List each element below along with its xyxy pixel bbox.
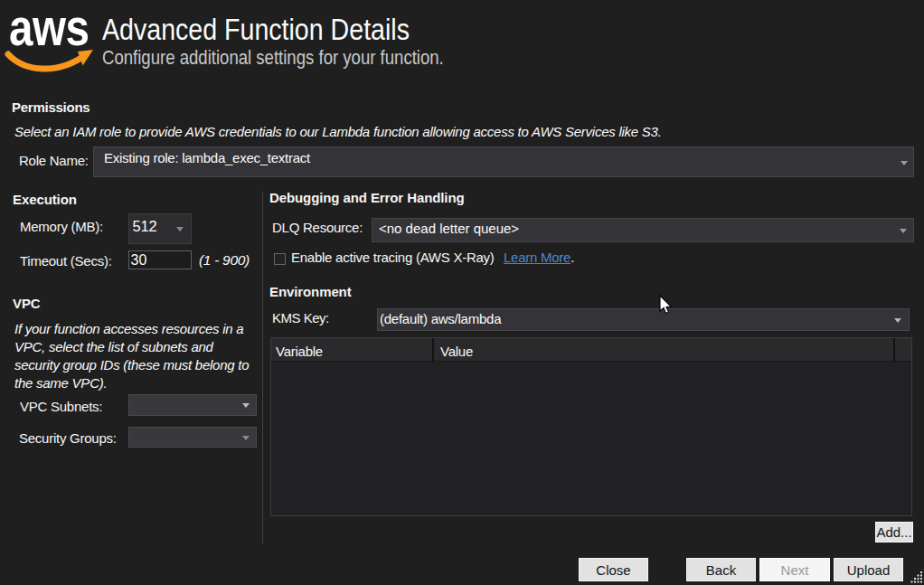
svg-text:aws: aws <box>9 0 90 56</box>
